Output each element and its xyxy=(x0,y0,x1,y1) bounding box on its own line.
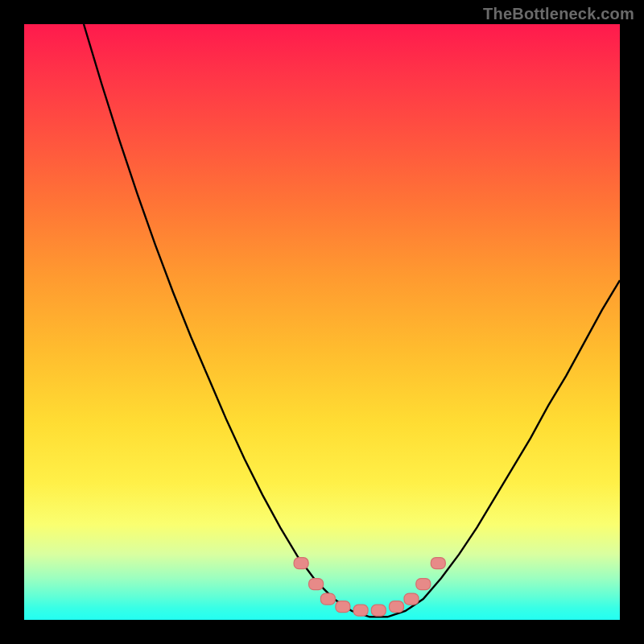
floor-marker xyxy=(353,605,368,616)
floor-marker xyxy=(404,593,419,605)
floor-marker xyxy=(390,601,404,613)
bottleneck-curve xyxy=(84,24,620,617)
floor-marker xyxy=(294,558,308,569)
watermark-text: TheBottleneck.com xyxy=(483,5,634,23)
floor-marker xyxy=(309,579,324,590)
outer-frame: TheBottleneck.com xyxy=(0,0,644,644)
floor-marker xyxy=(431,558,445,569)
floor-markers xyxy=(294,558,445,617)
floor-marker xyxy=(416,579,431,590)
floor-marker xyxy=(336,601,350,613)
floor-marker xyxy=(371,605,386,616)
chart-svg xyxy=(24,24,620,620)
floor-marker xyxy=(320,593,335,605)
plot-area xyxy=(24,24,620,620)
